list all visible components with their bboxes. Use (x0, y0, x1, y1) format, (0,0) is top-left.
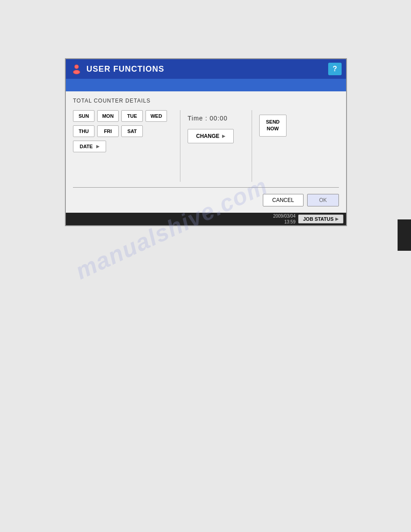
bottom-bar: CANCEL OK (73, 192, 339, 208)
main-dialog: USER FUNCTIONS ? TOTAL COUNTER DETAILS S… (65, 58, 347, 226)
datetime-display: 2009/03/04 13:59 (273, 213, 295, 225)
section-title: TOTAL COUNTER DETAILS (73, 98, 339, 104)
right-sidebar-block (398, 219, 411, 251)
day-sat-button[interactable]: SAT (121, 125, 143, 137)
date-button-label: DATE (80, 144, 93, 149)
user-functions-icon (70, 63, 83, 75)
date-value: 2009/03/04 (273, 214, 295, 219)
svg-point-2 (75, 65, 78, 69)
date-button-arrow: ▶ (96, 144, 99, 149)
date-button[interactable]: DATE ▶ (73, 141, 106, 152)
time-display: Time : 00:00 (188, 115, 227, 122)
day-sun-button[interactable]: SUN (73, 110, 94, 122)
job-status-button[interactable]: JOB STATUS ▶ (298, 215, 343, 223)
dialog-container: USER FUNCTIONS ? TOTAL COUNTER DETAILS S… (65, 58, 347, 226)
main-row: SUN MON TUE WED THU FRI SAT DATE ▶ (73, 110, 339, 182)
days-panel: SUN MON TUE WED THU FRI SAT DATE ▶ (73, 110, 180, 182)
day-tue-button[interactable]: TUE (121, 110, 143, 122)
days-row-1: SUN MON TUE WED (73, 110, 176, 122)
separator (73, 187, 339, 188)
content-area: TOTAL COUNTER DETAILS SUN MON TUE WED TH… (66, 91, 346, 213)
help-button[interactable]: ? (328, 63, 342, 75)
job-status-arrow: ▶ (335, 217, 338, 221)
right-panel: SENDNOW (252, 110, 306, 182)
day-thu-button[interactable]: THU (73, 125, 94, 137)
day-mon-button[interactable]: MON (97, 110, 119, 122)
title-bar-left: USER FUNCTIONS (70, 63, 164, 75)
svg-point-3 (73, 70, 80, 74)
title-bar: USER FUNCTIONS ? (66, 59, 346, 79)
status-bar: 2009/03/04 13:59 JOB STATUS ▶ (66, 213, 346, 225)
change-button[interactable]: CHANGE ▶ (188, 129, 234, 143)
change-button-label: CHANGE (196, 133, 219, 139)
day-fri-button[interactable]: FRI (97, 125, 119, 137)
day-wed-button[interactable]: WED (146, 110, 167, 122)
sub-header-bar (66, 79, 346, 91)
time-status-value: 13:59 (284, 219, 295, 224)
job-status-label: JOB STATUS (303, 216, 334, 222)
middle-panel: Time : 00:00 CHANGE ▶ (180, 110, 252, 182)
time-value: 00:00 (210, 115, 227, 122)
change-button-arrow: ▶ (222, 134, 225, 138)
cancel-button[interactable]: CANCEL (263, 194, 304, 206)
dialog-title: USER FUNCTIONS (86, 64, 164, 74)
ok-button[interactable]: OK (307, 194, 339, 206)
time-label: Time : (188, 115, 207, 122)
days-row-2: THU FRI SAT (73, 125, 176, 137)
send-now-button[interactable]: SENDNOW (259, 115, 287, 137)
